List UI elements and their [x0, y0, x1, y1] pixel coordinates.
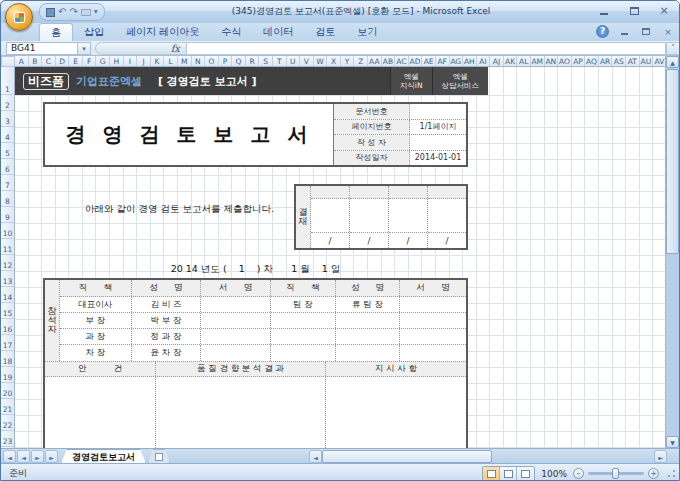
scroll-up-icon[interactable]: ▲ — [666, 56, 679, 68]
row-header[interactable]: 8 — [1, 191, 14, 207]
info-label[interactable]: 페이지번호 — [334, 120, 410, 135]
column-header[interactable]: C — [42, 56, 56, 66]
column-header[interactable]: AE — [422, 56, 436, 66]
info-value[interactable] — [410, 104, 466, 119]
column-header[interactable]: AK — [504, 56, 518, 66]
zoom-slider-thumb[interactable] — [612, 468, 619, 479]
attendees-cell[interactable]: 과 장 — [60, 329, 132, 344]
attendees-header-cell[interactable]: 성 명 — [132, 280, 202, 296]
column-header[interactable]: AJ — [490, 56, 504, 66]
approval-date-cell[interactable]: / — [350, 232, 388, 248]
column-header[interactable]: AQ — [585, 56, 599, 66]
banner-link-knowledge[interactable]: 엑셀 지식iN — [390, 67, 432, 95]
sheet-tab-active[interactable]: 경영검토보고서 — [61, 449, 146, 463]
attendees-cell[interactable] — [201, 313, 271, 328]
attendees-header-cell[interactable]: 서 명 — [400, 280, 466, 296]
attendees-cell[interactable]: 김 비 즈 — [132, 297, 202, 312]
info-value[interactable] — [410, 135, 466, 150]
column-header[interactable]: F — [83, 56, 97, 66]
expand-formula-bar-icon[interactable]: ˅ — [666, 42, 680, 55]
row-header[interactable]: 3 — [1, 111, 14, 127]
approval-sign-cell[interactable] — [311, 199, 349, 232]
attendees-cell[interactable]: 차 장 — [60, 345, 132, 361]
column-header[interactable]: AH — [463, 56, 477, 66]
prev-sheet-button[interactable]: ◄ — [17, 450, 30, 463]
column-header[interactable]: AO — [558, 56, 572, 66]
column-header[interactable]: P — [219, 56, 233, 66]
row-header[interactable]: 5 — [1, 143, 14, 159]
name-box-dropdown-icon[interactable]: ▾ — [78, 42, 91, 55]
zoom-in-button[interactable]: + — [648, 468, 659, 479]
attendees-cell[interactable] — [336, 345, 401, 361]
column-header[interactable]: AC — [395, 56, 409, 66]
insert-function-button[interactable]: fx — [95, 42, 187, 55]
attendees-cell[interactable]: 윤 차 장 — [132, 345, 202, 361]
attendees-header-cell[interactable]: 직 책 — [271, 280, 336, 296]
column-header[interactable]: AP — [572, 56, 586, 66]
attendees-cell[interactable]: 부 장 — [60, 313, 132, 328]
attendees-side-label[interactable]: 참 석 자 — [45, 280, 60, 361]
approval-sign-cell[interactable] — [428, 199, 466, 232]
date-line[interactable]: 20 14 년도 ( 1 ) 차 1 월 1 일 — [43, 263, 468, 276]
column-header[interactable]: AL — [517, 56, 531, 66]
vertical-scrollbar[interactable]: ▲ ▼ — [665, 56, 679, 448]
column-header[interactable]: J — [137, 56, 151, 66]
column-header[interactable]: AS — [612, 56, 626, 66]
document-title[interactable]: 경 영 검 토 보 고 서 — [45, 104, 333, 165]
attendees-cell[interactable] — [336, 313, 401, 328]
attendees-cell[interactable] — [400, 345, 466, 361]
column-header[interactable]: AG — [450, 56, 464, 66]
approval-date-cell[interactable]: / — [428, 232, 466, 248]
workbook-minimize-button[interactable] — [617, 26, 631, 37]
ribbon-tab[interactable]: 수식 — [210, 23, 252, 41]
scroll-left-icon[interactable]: ◄ — [309, 450, 322, 463]
row-header[interactable]: 13 — [1, 271, 14, 287]
attendees-cell[interactable]: 대표이사 — [60, 297, 132, 312]
ribbon-tab[interactable]: 삽입 — [73, 23, 115, 41]
last-sheet-button[interactable]: ► — [45, 450, 58, 463]
column-header[interactable]: AB — [382, 56, 396, 66]
approval-label[interactable]: 결 재 — [296, 186, 311, 248]
ribbon-tab[interactable]: 검토 — [304, 23, 346, 41]
row-header[interactable]: 6 — [1, 159, 14, 175]
insert-worksheet-tab[interactable] — [148, 449, 170, 463]
column-header[interactable]: O — [205, 56, 219, 66]
approval-title-cell[interactable] — [311, 186, 349, 199]
minimize-button[interactable] — [595, 4, 613, 17]
attendees-header-cell[interactable]: 성 명 — [336, 280, 401, 296]
row-header[interactable]: 14 — [1, 287, 14, 303]
attendees-cell[interactable] — [400, 329, 466, 344]
agenda-cell[interactable] — [45, 377, 156, 448]
column-header[interactable]: G — [96, 56, 110, 66]
approval-sign-cell[interactable] — [389, 199, 427, 232]
workbook-restore-button[interactable] — [639, 27, 653, 37]
column-header[interactable]: D — [56, 56, 70, 66]
info-value[interactable]: 2014-01-01 — [410, 151, 466, 166]
agenda-header-cell[interactable]: 지 시 사 항 — [326, 362, 466, 376]
column-header[interactable]: AM — [531, 56, 545, 66]
page-break-view-button[interactable] — [517, 467, 534, 481]
column-header[interactable]: X — [327, 56, 341, 66]
column-header[interactable]: B — [29, 56, 43, 66]
row-header[interactable]: 15 — [1, 303, 14, 319]
column-header[interactable]: A — [15, 56, 29, 66]
column-header[interactable]: AT — [626, 56, 640, 66]
horizontal-scroll-thumb[interactable] — [322, 450, 492, 463]
close-button[interactable]: × — [655, 4, 673, 17]
attendees-cell[interactable] — [400, 297, 466, 312]
print-icon[interactable] — [81, 9, 91, 16]
info-label[interactable]: 작 성 자 — [334, 135, 410, 150]
attendees-cell[interactable]: 팀 장 — [271, 297, 336, 312]
column-header[interactable]: R — [246, 56, 260, 66]
banner-link-service[interactable]: 엑셀 상담서비스 — [432, 67, 489, 95]
column-header[interactable]: AN — [545, 56, 559, 66]
column-header[interactable]: AI — [477, 56, 491, 66]
zoom-level[interactable]: 100% — [541, 469, 567, 479]
formula-input[interactable] — [187, 42, 666, 55]
select-all-corner[interactable] — [1, 56, 15, 67]
attendees-cell[interactable]: 류 팀 장 — [336, 297, 401, 312]
save-icon[interactable] — [46, 8, 55, 17]
agenda-header-cell[interactable]: 품 질 경 향 분 석 결 과 — [156, 362, 326, 376]
column-header[interactable]: T — [273, 56, 287, 66]
approval-title-cell[interactable] — [428, 186, 466, 199]
